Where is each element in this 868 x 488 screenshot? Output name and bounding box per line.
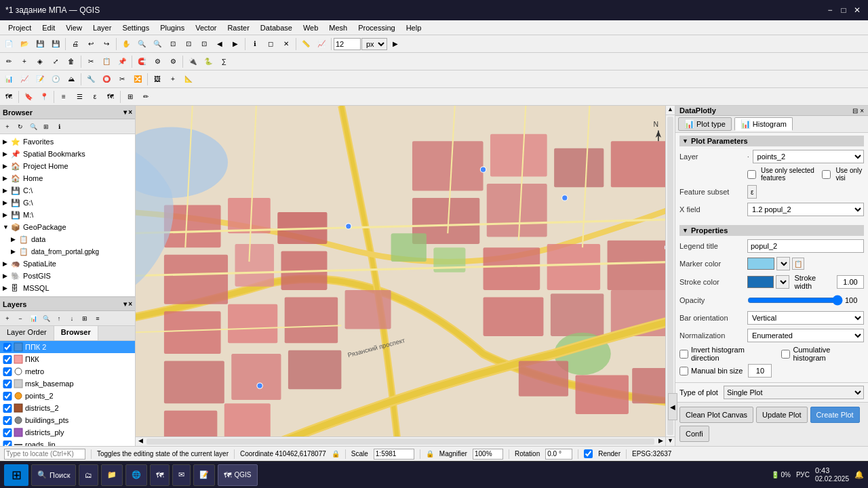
geoprocessing-btn[interactable]: 🔧 bbox=[83, 72, 98, 87]
layer-ppk2-checkbox[interactable] bbox=[3, 343, 12, 352]
delete-feature-btn[interactable]: 🗑 bbox=[64, 54, 79, 69]
browser-item-g[interactable]: ▶💾G:\ bbox=[1, 197, 134, 209]
map-area[interactable]: Рязанский проспект Большой пр. N ▲ ▼ ◀ ▶ bbox=[136, 106, 675, 446]
opacity-slider[interactable] bbox=[747, 296, 843, 305]
right-panel-collapse-btn[interactable]: ◀ bbox=[675, 393, 677, 420]
snapping-btn[interactable]: 🧲 bbox=[134, 54, 149, 69]
zoom-back-btn[interactable]: ◀ bbox=[212, 37, 227, 52]
elevation-profile-btn[interactable]: ⛰ bbox=[64, 72, 79, 87]
stroke-color-swatch[interactable] bbox=[747, 276, 774, 288]
explorer-btn[interactable]: 📁 bbox=[101, 464, 123, 486]
layer-item-metro[interactable]: metro bbox=[0, 365, 135, 378]
scale-input[interactable] bbox=[374, 449, 414, 460]
layers-group-btn[interactable]: ⊞ bbox=[79, 312, 91, 325]
update-plot-btn[interactable]: Update Plot bbox=[756, 407, 807, 423]
manual-bin-input[interactable] bbox=[748, 364, 772, 378]
browser-item-home[interactable]: ▶🏠Home bbox=[1, 172, 134, 184]
browser-item-oracle[interactable]: ▶🔶Oracle bbox=[1, 294, 134, 296]
statistics-btn[interactable]: 📈 bbox=[17, 72, 32, 87]
layers-filter-btn[interactable]: 🔍 bbox=[40, 312, 52, 325]
layers-up-btn[interactable]: ↑ bbox=[53, 312, 65, 325]
geoloc-btn[interactable]: 📍 bbox=[37, 89, 52, 104]
browser-item-geopackage[interactable]: ▼📦GeoPackage bbox=[1, 221, 134, 233]
clean-plot-btn[interactable]: Clean Plot Canvas bbox=[679, 407, 753, 423]
buffer-btn[interactable]: ⭕ bbox=[99, 72, 114, 87]
dissolve-btn[interactable]: 🔀 bbox=[130, 72, 145, 87]
clip-btn[interactable]: ✂ bbox=[115, 72, 130, 87]
new-layout-btn[interactable]: + bbox=[165, 72, 180, 87]
advanced-edit-btn[interactable]: ⚙ bbox=[150, 54, 165, 69]
x-field-select[interactable]: 1.2 popul_2 bbox=[747, 203, 864, 216]
outlook-btn[interactable]: ✉ bbox=[172, 464, 191, 486]
menu-mesh[interactable]: Mesh bbox=[323, 22, 353, 33]
close-button[interactable]: ✕ bbox=[852, 5, 863, 16]
georef-btn[interactable]: 📐 bbox=[181, 72, 196, 87]
menu-view[interactable]: View bbox=[60, 22, 87, 33]
map-scroll-thumb[interactable] bbox=[667, 117, 673, 435]
browser-item-favorites[interactable]: ▶⭐Favorites bbox=[1, 136, 134, 148]
zoom-select-btn[interactable]: ⊡ bbox=[197, 37, 212, 52]
browser-collapse-btn[interactable]: ▾ bbox=[123, 108, 127, 116]
layer-notes-btn[interactable]: 📝 bbox=[33, 72, 47, 87]
zoom-full-btn[interactable]: ⊡ bbox=[165, 37, 180, 52]
layer-item-pkk[interactable]: ПКК bbox=[0, 353, 135, 365]
layer-districts2-checkbox[interactable] bbox=[3, 404, 12, 413]
temporal-ctrl-btn[interactable]: 🕐 bbox=[48, 72, 63, 87]
browser-item-data-portal[interactable]: ▶📋data_from_portal.gpkg bbox=[1, 245, 134, 258]
zoom-layer-btn[interactable]: ⊡ bbox=[181, 37, 196, 52]
move-feature-btn[interactable]: ⤢ bbox=[48, 54, 63, 69]
grid-btn[interactable]: ⊞ bbox=[123, 89, 138, 104]
data-defined-btn[interactable]: ε bbox=[87, 89, 102, 104]
layer-roads-checkbox[interactable] bbox=[3, 441, 12, 447]
notification-icon[interactable]: 🔔 bbox=[854, 470, 864, 479]
layer-buildings-checkbox[interactable] bbox=[3, 416, 12, 425]
render-checkbox[interactable] bbox=[584, 449, 593, 458]
browser-panel-header[interactable]: Browser ▾ × bbox=[0, 106, 135, 119]
tab-browser[interactable]: Browser bbox=[54, 326, 98, 340]
open-project-btn[interactable]: 📂 bbox=[17, 37, 32, 52]
menu-help[interactable]: Help bbox=[401, 22, 427, 33]
deselect-btn[interactable]: ✕ bbox=[279, 37, 294, 52]
invert-histogram-checkbox[interactable] bbox=[679, 350, 688, 359]
stroke-color-dropdown[interactable]: ▼ bbox=[776, 275, 789, 289]
annotation-btn[interactable]: ✏ bbox=[138, 89, 153, 104]
digitize-btn[interactable]: ✏ bbox=[1, 54, 16, 69]
maximize-button[interactable]: □ bbox=[838, 5, 849, 16]
maps-btn[interactable]: 🗺 bbox=[150, 464, 170, 486]
minimize-button[interactable]: − bbox=[825, 5, 835, 16]
menu-database[interactable]: Database bbox=[255, 22, 298, 33]
dataplotly-close-btn[interactable]: × bbox=[860, 107, 864, 115]
pan-btn[interactable]: ✋ bbox=[119, 37, 134, 52]
map-navigation-btn[interactable]: 🗺 bbox=[1, 89, 16, 104]
cumulative-histogram-checkbox[interactable] bbox=[781, 350, 790, 359]
toggle-panels-btn[interactable]: ☰ bbox=[72, 89, 87, 104]
use-visible-checkbox[interactable] bbox=[822, 170, 831, 179]
tab-layer-order[interactable]: Layer Order bbox=[0, 326, 54, 340]
histogram-btn[interactable]: 📊 Histogram bbox=[734, 117, 793, 131]
legend-title-input[interactable] bbox=[747, 239, 864, 253]
layer-points2-checkbox[interactable] bbox=[3, 392, 12, 401]
browser-item-project-home[interactable]: ▶🏠Project Home bbox=[1, 160, 134, 172]
python-btn[interactable]: 🐍 bbox=[201, 54, 216, 69]
browser-filter-btn[interactable]: 🔍 bbox=[27, 121, 39, 133]
marker-color-swatch[interactable] bbox=[747, 258, 774, 270]
new-project-btn[interactable]: 📄 bbox=[1, 37, 16, 52]
normalization-select[interactable]: Enumerated Percent Probability bbox=[747, 329, 864, 342]
menu-processing[interactable]: Processing bbox=[353, 22, 400, 33]
map-scroll-hthumb[interactable] bbox=[146, 439, 654, 445]
layer-item-msk-basemap[interactable]: msk_basemap bbox=[0, 378, 135, 390]
locate-input[interactable] bbox=[4, 449, 85, 460]
save-as-btn[interactable]: 💾 bbox=[48, 37, 63, 52]
browser-item-spatial-bookmarks[interactable]: ▶📌Spatial Bookmarks bbox=[1, 148, 134, 160]
vertex-tool-btn[interactable]: ◈ bbox=[33, 54, 47, 69]
menu-project[interactable]: Project bbox=[3, 22, 37, 33]
layers-expand-btn[interactable]: ≡ bbox=[92, 312, 104, 325]
layer-item-ppk2[interactable]: ППК 2 bbox=[0, 341, 135, 353]
undo-btn[interactable]: ↩ bbox=[83, 37, 98, 52]
start-button[interactable]: ⊞ bbox=[4, 464, 28, 486]
layer-pkk-checkbox[interactable] bbox=[3, 355, 12, 364]
layer-item-roads[interactable]: roads_lin bbox=[0, 439, 135, 446]
print-btn[interactable]: 🖨 bbox=[68, 37, 83, 52]
map-scroll-left[interactable]: ◀ bbox=[136, 437, 145, 446]
copy-btn[interactable]: 📋 bbox=[99, 54, 114, 69]
